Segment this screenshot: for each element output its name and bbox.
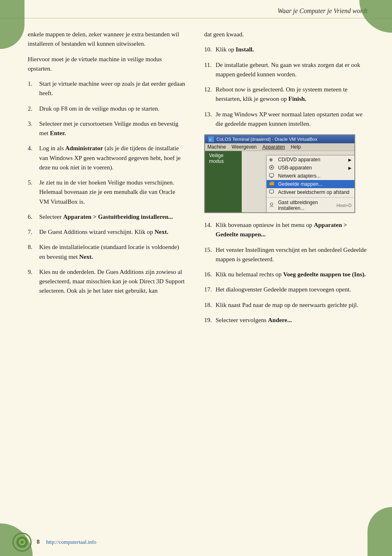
step-9-text: Kies nu de onderdelen. De Gues Additions… bbox=[39, 267, 186, 296]
step-3-num: 3. bbox=[28, 119, 39, 138]
menu-item-usb-label: USB-apparaten bbox=[278, 165, 312, 171]
step-14-num: 14. bbox=[204, 220, 216, 240]
step-1-num: 1. bbox=[28, 79, 39, 98]
step-15-text: Het venster Instellingen verschijnt en h… bbox=[216, 245, 371, 265]
step-13: 13. Je mag Windows XP weer normaal laten… bbox=[204, 110, 371, 129]
svg-rect-4 bbox=[270, 173, 274, 177]
gast-icon bbox=[269, 202, 274, 208]
footer-url[interactable]: http://computertaal.info bbox=[46, 539, 96, 545]
footer: 8 http://computertaal.info bbox=[0, 532, 392, 552]
step-14-text: Klik bovenaan opnieuw in het menu op App… bbox=[216, 220, 371, 240]
step-17-text: Het dialoogvenster Gedeelde mappen toevo… bbox=[216, 285, 371, 294]
step-5-text: Je ziet nu in de vier hoeken Veilige mod… bbox=[39, 178, 186, 207]
step-3: 3. Selecteer met je cursortoetsen Veilig… bbox=[28, 119, 186, 138]
step-7-num: 7. bbox=[28, 227, 39, 237]
step-13-text: Je mag Windows XP weer normaal laten ops… bbox=[216, 110, 371, 129]
right-column: dat geen kwaad. 10. Klik op Install. 11.… bbox=[196, 30, 384, 331]
step-3-text: Selecteer met je cursortoetsen Veilige m… bbox=[39, 119, 186, 138]
cddvd-arrow: ▶ bbox=[348, 158, 352, 162]
step-6: 6. Selecteer Apparaten > Gastuitbreiding… bbox=[28, 212, 186, 222]
menu-machine[interactable]: Machine bbox=[207, 144, 226, 150]
footer-logo bbox=[12, 532, 32, 552]
vbox-titlebar-text: CoLOS Terminal [draaiend] - Oracle VM Vi… bbox=[216, 137, 317, 142]
step-2-text: Druk op F8 om in de veilige modus op te … bbox=[39, 104, 186, 113]
step-6-text: Selecteer Apparaten > Gastuitbreiding in… bbox=[39, 212, 186, 222]
svg-point-13 bbox=[20, 540, 24, 544]
step-5-num: 5. bbox=[28, 178, 39, 207]
step-15-num: 15. bbox=[204, 245, 216, 265]
step-10: 10. Klik op Install. bbox=[204, 45, 371, 54]
step-7: 7. De Guest Additions wizard verschijnt.… bbox=[28, 227, 186, 237]
step-8-text: Kies de installatielocatie (standaard lo… bbox=[39, 242, 186, 262]
intro-para-2: Hiervoor moet je de virtuele machine in … bbox=[28, 55, 186, 74]
menu-item-gedeelde-label: Gedeelde mappen... bbox=[278, 181, 323, 187]
step-18-text: Klik naast Pad naar de map op de neerwaa… bbox=[216, 300, 371, 310]
netwerk-icon bbox=[269, 173, 274, 179]
step-13-num: 13. bbox=[204, 110, 216, 129]
page-container: Waar je Computer je Vriend wordt enkele … bbox=[0, 0, 392, 556]
step-16: 16. Klik nu helemaal rechts op Voeg gede… bbox=[204, 270, 371, 279]
menu-item-beeldscherm-label: Activeer beeldscherm op afstand bbox=[278, 189, 350, 195]
page-header: Waar je Computer je Vriend wordt bbox=[0, 0, 392, 18]
vbox-body: Veilige modus ⊕ CD/DVD apparaten ▶ bbox=[205, 151, 354, 212]
menu-item-gast-label: Gast uitbreidingen installeren... bbox=[278, 200, 334, 211]
step-18-num: 18. bbox=[204, 300, 216, 310]
menu-item-gedeelde[interactable]: Gedeelde mappen... bbox=[267, 180, 355, 188]
step-10-num: 10. bbox=[204, 45, 216, 54]
footer-page-num: 8 bbox=[37, 539, 40, 545]
menu-apparaten[interactable]: Apparaten bbox=[263, 144, 285, 150]
step-6-num: 6. bbox=[28, 212, 39, 222]
menu-item-netwerk[interactable]: Netwerk adapters... bbox=[267, 172, 355, 180]
step-9: 9. Kies nu de onderdelen. De Gues Additi… bbox=[28, 267, 186, 296]
step-8-num: 8. bbox=[28, 242, 39, 262]
step-11-text: De installatie gebeurt. Nu gaan we strak… bbox=[216, 60, 371, 80]
menu-item-netwerk-label: Netwerk adapters... bbox=[278, 173, 321, 179]
vbox-titlebar: V CoLOS Terminal [draaiend] - Oracle VM … bbox=[205, 135, 354, 143]
svg-text:V: V bbox=[209, 138, 212, 142]
step-12-text: Reboot now is geselecteerd. Om je systee… bbox=[216, 85, 371, 104]
main-content: enkele mappen te delen, zeker wanneer je… bbox=[0, 18, 392, 339]
header-title: Waar je Computer je Vriend wordt bbox=[278, 7, 368, 14]
beeldscherm-icon bbox=[269, 189, 274, 195]
vbox-sidebar: Veilige modus bbox=[205, 151, 242, 212]
menu-item-cddvd[interactable]: ⊕ CD/DVD apparaten ▶ bbox=[267, 156, 355, 164]
step-1-text: Start je virtuele machine weer op zoals … bbox=[39, 79, 186, 98]
step-11-num: 11. bbox=[204, 60, 216, 80]
step-11: 11. De installatie gebeurt. Nu gaan we s… bbox=[204, 60, 371, 80]
menu-weergeven[interactable]: Weergeven bbox=[232, 144, 256, 150]
step-19-num: 19. bbox=[204, 316, 216, 325]
step-4-num: 4. bbox=[28, 144, 39, 172]
menu-item-beeldscherm[interactable]: Activeer beeldscherm op afstand bbox=[267, 188, 355, 196]
step-16-text: Klik nu helemaal rechts op Voeg gedeelte… bbox=[216, 270, 371, 279]
step-9-cont: dat geen kwaad. bbox=[204, 30, 371, 39]
step-19-text: Selecteer vervolgens Andere... bbox=[216, 316, 371, 325]
folder-icon bbox=[269, 182, 274, 187]
step-19: 19. Selecteer vervolgens Andere... bbox=[204, 316, 371, 325]
vbox-app-icon: V bbox=[208, 136, 214, 142]
step-12: 12. Reboot now is geselecteerd. Om je sy… bbox=[204, 85, 371, 104]
menu-item-gast[interactable]: Gast uitbreidingen installeren... Host+D bbox=[267, 198, 355, 212]
left-column: enkele mappen te delen, zeker wanneer je… bbox=[8, 30, 196, 331]
step-18: 18. Klik naast Pad naar de map op de nee… bbox=[204, 300, 371, 310]
step-5: 5. Je ziet nu in de vier hoeken Veilige … bbox=[28, 178, 186, 207]
step-16-num: 16. bbox=[204, 270, 216, 279]
step-1: 1. Start je virtuele machine weer op zoa… bbox=[28, 79, 186, 98]
screenshot-virtualbox: V CoLOS Terminal [draaiend] - Oracle VM … bbox=[204, 134, 355, 213]
step-10-text: Klik op Install. bbox=[216, 45, 371, 54]
menu-item-cddvd-label: CD/DVD apparaten bbox=[278, 157, 320, 162]
menu-separator bbox=[267, 197, 355, 198]
usb-arrow: ▶ bbox=[348, 166, 352, 170]
cddvd-icon: ⊕ bbox=[269, 157, 273, 162]
menu-item-usb[interactable]: USB-apparaten ▶ bbox=[267, 164, 355, 172]
svg-point-3 bbox=[271, 167, 272, 168]
step-2-num: 2. bbox=[28, 104, 39, 113]
menu-help[interactable]: Help bbox=[291, 144, 301, 150]
step-15: 15. Het venster Instellingen verschijnt … bbox=[204, 245, 371, 265]
context-menu: ⊕ CD/DVD apparaten ▶ USB-apparaten ▶ bbox=[266, 155, 355, 213]
step-14: 14. Klik bovenaan opnieuw in het menu op… bbox=[204, 220, 371, 240]
step-4: 4. Log in als Administrator (als je die … bbox=[28, 144, 186, 172]
vbox-menubar: Machine Weergeven Apparaten Help bbox=[205, 143, 354, 151]
step-12-num: 12. bbox=[204, 85, 216, 104]
step-9-num: 9. bbox=[28, 267, 39, 296]
vbox-main: ⊕ CD/DVD apparaten ▶ USB-apparaten ▶ bbox=[242, 151, 354, 212]
